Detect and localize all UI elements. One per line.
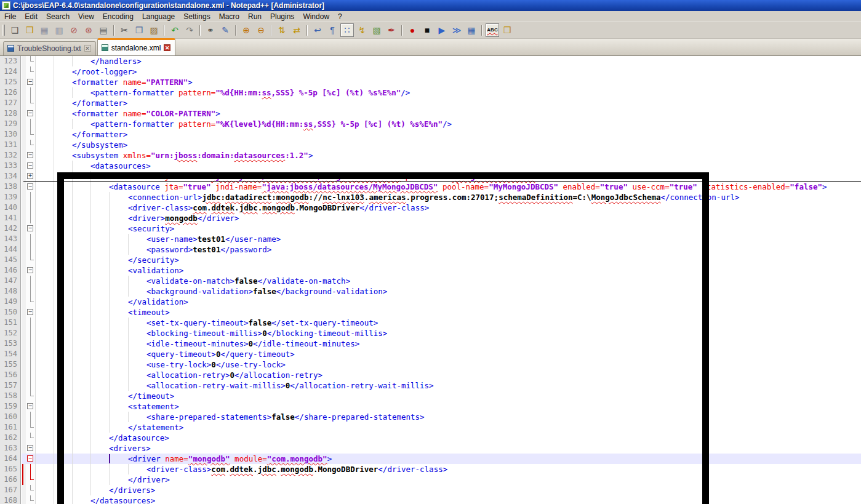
close-file-button[interactable]: ⊘	[67, 23, 81, 37]
code-line-153[interactable]: 153<idle-timeout-minutes>0</idle-timeout…	[0, 338, 861, 349]
code-line-131[interactable]: 131</subsystem>	[0, 140, 861, 150]
code-text[interactable]: <datasources>	[35, 161, 861, 171]
title-bar[interactable]: C:\jboss\EAP-6.4.0\standalone\configurat…	[0, 0, 861, 11]
code-text[interactable]: </formatter>	[35, 129, 861, 140]
code-text[interactable]: </formatter>	[35, 98, 861, 108]
code-line-127[interactable]: 127</formatter>	[0, 98, 861, 108]
code-line-148[interactable]: 148<background-validation>false</backgro…	[0, 286, 861, 297]
code-line-146[interactable]: 146−<validation>	[0, 265, 861, 276]
code-text[interactable]: <share-prepared-statements>false</share-…	[35, 412, 861, 422]
code-text[interactable]: <validation>	[35, 265, 861, 276]
code-text[interactable]: </datasources>	[35, 495, 861, 504]
code-text[interactable]: </security>	[35, 255, 861, 265]
menu-item-file[interactable]: File	[0, 12, 20, 22]
code-line-155[interactable]: 155<use-try-lock>0</use-try-lock>	[0, 359, 861, 370]
code-line-123[interactable]: 123</handlers>	[0, 56, 861, 66]
code-line-124[interactable]: 124</root-logger>	[0, 66, 861, 77]
code-line-128[interactable]: 128−<formatter name="COLOR-PATTERN">	[0, 108, 861, 119]
code-line-150[interactable]: 150−<timeout>	[0, 307, 861, 318]
zoom-in-button[interactable]: ⊕	[239, 23, 253, 37]
redo-button[interactable]: ↷	[183, 23, 196, 37]
code-line-145[interactable]: 145</security>	[0, 255, 861, 265]
fold-collapse-icon[interactable]: −	[27, 183, 33, 190]
code-line-130[interactable]: 130</formatter>	[0, 129, 861, 140]
menu-item-search[interactable]: Search	[42, 12, 74, 22]
code-line-157[interactable]: 157<allocation-retry-wait-millis>0</allo…	[0, 380, 861, 391]
fold-collapse-icon[interactable]: −	[27, 162, 33, 169]
code-text[interactable]: <driver>mongodb</driver>	[35, 213, 861, 223]
fold-collapse-icon[interactable]: −	[27, 152, 33, 158]
code-line-152[interactable]: 152<blocking-timeout-millis>0</blocking-…	[0, 328, 861, 338]
code-text[interactable]: <formatter name="PATTERN">	[35, 77, 861, 87]
save-file-button[interactable]: ▦	[38, 23, 51, 37]
menu-item-help[interactable]: ?	[334, 12, 346, 22]
function-completion-button[interactable]: ↯	[355, 23, 369, 37]
code-text[interactable]: <allocation-retry-wait-millis>0</allocat…	[35, 380, 861, 391]
code-line-156[interactable]: 156<allocation-retry>0</allocation-retry…	[0, 370, 861, 380]
code-text[interactable]: <driver-class>com.ddtek.jdbc.mongodb.Mon…	[35, 464, 861, 474]
menu-item-window[interactable]: Window	[298, 12, 334, 22]
code-line-126[interactable]: 126<pattern-formatter pattern="%d{HH:mm:…	[0, 87, 861, 98]
zoom-out-button[interactable]: ⊖	[254, 23, 268, 37]
code-text[interactable]: </statement>	[35, 422, 861, 433]
code-line-161[interactable]: 161</statement>	[0, 422, 861, 433]
cut-button[interactable]: ✂	[118, 23, 131, 37]
close-all-button[interactable]: ⊛	[82, 23, 95, 37]
menu-item-edit[interactable]: Edit	[20, 12, 42, 22]
code-line-133[interactable]: 133−<datasources>	[0, 161, 861, 171]
code-text[interactable]: <background-validation>false</background…	[35, 286, 861, 297]
spell-check-button[interactable]: ABC	[486, 23, 499, 37]
code-text[interactable]: </validation>	[35, 297, 861, 307]
start-recording-macro-button[interactable]: ●	[406, 23, 419, 37]
menu-item-view[interactable]: View	[74, 12, 98, 22]
copy-button[interactable]: ❐	[132, 23, 146, 37]
paste-button[interactable]: ▨	[147, 23, 161, 37]
code-line-163[interactable]: 163−<drivers>	[0, 443, 861, 454]
code-text[interactable]: </timeout>	[35, 391, 861, 401]
open-file-button[interactable]: ❒	[23, 23, 36, 37]
code-text[interactable]: </root-logger>	[35, 66, 861, 77]
code-line-165[interactable]: 165<driver-class>com.ddtek.jdbc.mongodb.…	[0, 464, 861, 474]
sync-vertical-button[interactable]: ⇅	[275, 23, 289, 37]
code-text[interactable]: </datasource>	[35, 433, 861, 443]
code-line-167[interactable]: 167</drivers>	[0, 485, 861, 495]
code-editor[interactable]: 123</handlers>124</root-logger>125−<form…	[0, 56, 861, 504]
monitoring-button[interactable]: ✒	[385, 23, 398, 37]
fold-collapse-icon[interactable]: −	[27, 267, 33, 273]
code-text[interactable]: </handlers>	[35, 56, 861, 66]
code-text[interactable]: <connection-url>jdbc:datadirect:mongodb:…	[35, 192, 861, 202]
fold-collapse-icon[interactable]: −	[27, 225, 33, 231]
menu-item-plugins[interactable]: Plugins	[266, 12, 298, 22]
menu-item-run[interactable]: Run	[244, 12, 266, 22]
find-button[interactable]: ⚭	[204, 23, 217, 37]
show-all-characters-button[interactable]: ¶	[326, 23, 339, 37]
code-line-166[interactable]: 166</driver>	[0, 474, 861, 485]
sync-horizontal-button[interactable]: ⇄	[290, 23, 303, 37]
show-indent-guide-button[interactable]: ∷	[340, 23, 354, 37]
code-line-151[interactable]: 151<set-tx-query-timeout>false</set-tx-q…	[0, 318, 861, 328]
code-text[interactable]: <pattern-formatter pattern="%d{HH:mm:ss,…	[35, 87, 861, 98]
menu-item-settings[interactable]: Settings	[179, 12, 214, 22]
print-button[interactable]: ▤	[97, 23, 110, 37]
code-text[interactable]: <password>test01</password>	[35, 244, 861, 255]
code-text[interactable]: <query-timeout>0</query-timeout>	[35, 349, 861, 359]
playback-macro-button[interactable]: ▶	[435, 23, 449, 37]
tab-close-icon[interactable]: ✕	[164, 44, 170, 51]
tab-troubleshooting-txt[interactable]: TroubleShooting.txt✕	[3, 41, 96, 55]
code-line-158[interactable]: 158</timeout>	[0, 391, 861, 401]
code-line-142[interactable]: 142−<security>	[0, 223, 861, 234]
menu-item-language[interactable]: Language	[138, 12, 179, 22]
code-line-147[interactable]: 147<validate-on-match>false</validate-on…	[0, 276, 861, 286]
stop-recording-macro-button[interactable]: ■	[420, 23, 434, 37]
code-text[interactable]: <allocation-retry>0</allocation-retry>	[35, 370, 861, 380]
code-line-149[interactable]: 149</validation>	[0, 297, 861, 307]
fold-collapse-icon[interactable]: −	[27, 403, 33, 409]
code-line-132[interactable]: 132−<subsystem xmlns="urn:jboss:domain:d…	[0, 150, 861, 161]
code-text[interactable]: <set-tx-query-timeout>false</set-tx-quer…	[35, 318, 861, 328]
code-line-159[interactable]: 159−<statement>	[0, 401, 861, 412]
code-text[interactable]: <blocking-timeout-millis>0</blocking-tim…	[35, 328, 861, 338]
tab-close-icon[interactable]: ✕	[84, 45, 91, 52]
code-text[interactable]: <datasource jta="true" jndi-name="java:j…	[35, 182, 861, 192]
run-macro-multiple-times-button[interactable]: ≫	[450, 23, 463, 37]
menu-item-macro[interactable]: Macro	[215, 12, 244, 22]
